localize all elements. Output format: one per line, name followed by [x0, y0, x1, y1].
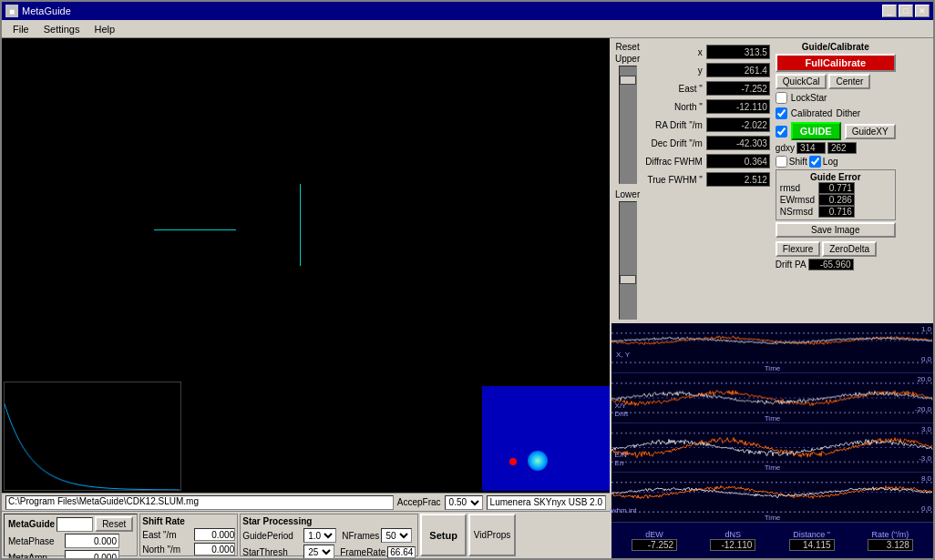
menu-help[interactable]: Help: [87, 22, 122, 36]
graph-drift: 20.0 -20.0 Time Drift X/Y: [611, 373, 933, 423]
graph-drift-time: Time: [765, 414, 780, 423]
metaamp-label: MetaAmp: [8, 553, 63, 559]
gdxy-x-value: 314: [796, 142, 826, 154]
quick-cal-button[interactable]: QuickCal: [776, 74, 827, 89]
guide-star-red: [509, 458, 517, 465]
ewrmsd-label: EWrmsd: [780, 195, 817, 205]
north-shift-input[interactable]: [194, 543, 235, 555]
setup-button[interactable]: Setup: [420, 514, 467, 556]
guide-period-select[interactable]: 1.0: [303, 528, 336, 543]
graph-fwhm-time: Time: [765, 514, 780, 522]
file-path: C:\Program Files\MetaGuide\CDK12.SLUM.mg: [5, 495, 394, 510]
menu-settings[interactable]: Settings: [36, 22, 87, 36]
graph-fwhm-label: fwhm.int: [610, 507, 637, 515]
graph-err: 3.0 -3.0 Time Err E/N": [611, 423, 933, 473]
log-checkbox[interactable]: [809, 156, 821, 168]
drift-pa-value: -65.960: [808, 259, 854, 270]
minimize-button[interactable]: _: [882, 5, 897, 17]
guide-xy-button[interactable]: GuideXY: [845, 124, 896, 139]
graph-xy-label: X, Y: [616, 351, 630, 359]
framerate-label: FrameRate: [340, 547, 385, 557]
vidprops-button[interactable]: VidProps: [468, 514, 516, 556]
drift-pa-label: Drift PA: [776, 260, 807, 270]
upper-label: Upper: [615, 54, 640, 64]
diffrac-fwhm-value: 0.364: [706, 154, 770, 168]
metaphase-label: MetaPhase: [8, 536, 63, 546]
ra-drift-label: RA Drift "/m: [655, 120, 703, 130]
graph-err-max: 3.0: [921, 425, 931, 433]
nframes-select[interactable]: 50: [381, 528, 412, 543]
graphs-panel: 1.0 0.0 Time X, Y 20.0 -20.0 Time Drift …: [611, 323, 933, 558]
graph-err-min: -3.0: [919, 454, 931, 463]
east-value: -7.252: [706, 81, 770, 96]
east-shift-label: East "/m: [142, 530, 192, 540]
accpfrac-select[interactable]: 0.50: [445, 495, 483, 510]
framerate-value: 66.64: [387, 546, 416, 558]
upper-slider-track: [619, 66, 637, 184]
lockstar-checkbox[interactable]: [776, 92, 787, 104]
shift-rate-group: Shift Rate East "/m North "/m: [139, 514, 238, 556]
distance-label: Distance ": [793, 530, 830, 539]
mini-graph-canvas: [5, 382, 180, 490]
metaguide-input[interactable]: [57, 517, 93, 532]
nsrmsd-label: NSrmsd: [780, 207, 817, 217]
view-area: [2, 38, 610, 493]
metaphase-input[interactable]: [65, 534, 119, 548]
guide-cal-title: Guide/Calibrate: [776, 42, 896, 52]
graph-fwhm: 8.0 0.0 Time fwhm.int: [611, 473, 933, 522]
full-calibrate-button[interactable]: FullCalibrate: [776, 54, 896, 72]
menu-file[interactable]: File: [5, 22, 36, 36]
y-value: 261.4: [706, 63, 770, 77]
true-fwhm-value: 2.512: [706, 172, 770, 187]
guide-button[interactable]: GUIDE: [791, 122, 841, 140]
guide-error-title: Guide Error: [780, 172, 891, 182]
rmsd-label: rmsd: [780, 183, 817, 193]
graph-err-label: Err E/N": [615, 452, 640, 468]
diffrac-fwhm-label: Diffrac FWHM: [645, 157, 703, 167]
graph-drift-max: 20.0: [917, 375, 931, 383]
crosshair-horizontal: [154, 229, 236, 230]
graph-drift-min: -20.0: [915, 405, 931, 413]
reset-button[interactable]: Reset: [95, 516, 133, 532]
east-shift-input[interactable]: [194, 528, 235, 541]
dec-drift-label: Dec Drift "/m: [652, 138, 703, 148]
rate-value: 3.128: [868, 539, 913, 551]
center-button[interactable]: Center: [828, 74, 870, 89]
guide-checkbox[interactable]: [776, 126, 787, 137]
close-button[interactable]: ✕: [915, 5, 930, 17]
dew-label: dEW: [645, 530, 663, 539]
upper-slider-handle[interactable]: [620, 76, 636, 85]
rmsd-value: 0.771: [818, 182, 855, 194]
dns-value: -12.110: [710, 539, 755, 551]
bottom-controls: MetaGuide Reset MetaPhase MetaAmp: [2, 511, 610, 558]
lower-label: Lower: [615, 189, 640, 199]
zero-delta-button[interactable]: ZeroDelta: [822, 241, 877, 257]
lockstar-label: LockStar: [791, 93, 827, 103]
north-label: North ": [657, 102, 703, 112]
lower-slider-track: [619, 201, 637, 320]
calibrated-checkbox[interactable]: [776, 107, 787, 119]
distance-value: 14.115: [789, 539, 835, 551]
lower-slider-handle[interactable]: [620, 275, 636, 284]
shift-rate-label: Shift Rate: [142, 516, 235, 526]
dew-value: -7.252: [632, 539, 677, 551]
star-thresh-select[interactable]: 25: [303, 545, 334, 558]
window-title: MetaGuide: [22, 5, 71, 16]
bottom-values-row: dEW -7.252 dNS -12.110 Distance " 14.115…: [611, 522, 933, 558]
north-value: -12.110: [706, 99, 770, 114]
shift-checkbox[interactable]: [776, 156, 787, 168]
gdxy-label: gdxy: [776, 143, 795, 153]
dec-drift-value: -42.303: [706, 136, 770, 150]
save-image-button[interactable]: Save Image: [776, 222, 896, 238]
flexure-button[interactable]: Flexure: [776, 241, 820, 257]
data-section: Reset Upper Lower x 313.5: [610, 38, 933, 323]
maximize-button[interactable]: □: [899, 5, 913, 17]
path-bar: C:\Program Files\MetaGuide\CDK12.SLUM.mg…: [2, 493, 610, 511]
metaamp-input[interactable]: [65, 550, 119, 558]
ewrmsd-value: 0.286: [818, 194, 855, 206]
guide-period-label: GuidePeriod: [242, 531, 302, 541]
right-panel: Reset Upper Lower x 313.5: [610, 38, 933, 558]
y-label: y: [657, 66, 703, 76]
mini-graph: [4, 382, 181, 491]
data-fields: x 313.5 y 261.4 East " -7.252 North " -1…: [645, 40, 770, 321]
